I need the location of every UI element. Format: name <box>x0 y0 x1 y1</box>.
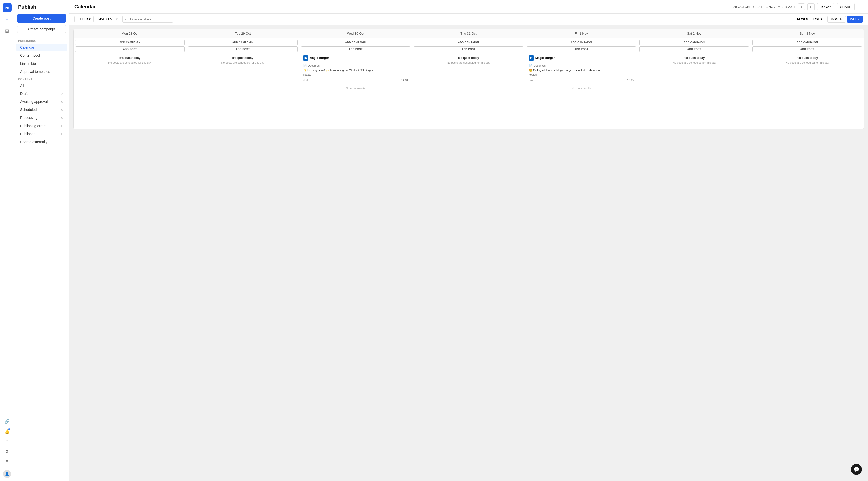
calendar-day-0: Mon 28 OctADD CAMPAIGNADD POSTIt's quiet… <box>73 29 186 129</box>
sidebar-item-draft[interactable]: Draft 2 <box>16 90 67 97</box>
add-post-button-2[interactable]: ADD POST <box>301 46 410 52</box>
filter-right: NEWEST FIRST ▾ MONTH WEEK <box>794 16 863 23</box>
day-body-0: ADD CAMPAIGNADD POSTIt's quiet today No … <box>73 38 186 129</box>
nav-sidebar: Publish Create post Create campaign PUBL… <box>14 0 69 481</box>
post-card-2-0[interactable]: in Magic Burger 📄 Document ✨ Exciting ne… <box>301 54 410 83</box>
quiet-message-1: It's quiet today No posts are scheduled … <box>188 53 298 66</box>
app-logo: PB <box>2 3 11 12</box>
calendar-day-4: Fri 1 NovADD CAMPAIGNADD POST in Magic B… <box>525 29 638 129</box>
label-filter-input[interactable] <box>130 17 170 21</box>
bell-icon[interactable]: 🔔 <box>2 427 11 436</box>
calendar-day-3: Thu 31 OctADD CAMPAIGNADD POSTIt's quiet… <box>412 29 525 129</box>
sidebar-item-published[interactable]: Published 0 <box>16 130 67 137</box>
add-post-button-5[interactable]: ADD POST <box>640 46 749 52</box>
filter-left: FILTER ▾ MATCH ALL ▾ 🏷 <box>74 15 173 23</box>
add-post-button-0[interactable]: ADD POST <box>75 46 185 52</box>
calendar-day-5: Sat 2 NovADD CAMPAIGNADD POSTIt's quiet … <box>638 29 751 129</box>
week-view-button[interactable]: WEEK <box>847 16 863 23</box>
sidebar-item-scheduled[interactable]: Scheduled 0 <box>16 106 67 114</box>
table-icon[interactable]: ⊟ <box>2 457 11 466</box>
sidebar-item-content-pool[interactable]: Content pool <box>16 52 67 59</box>
quiet-title-0: It's quiet today <box>76 56 184 60</box>
day-body-5: ADD CAMPAIGNADD POSTIt's quiet today No … <box>638 38 750 129</box>
sort-newest-button[interactable]: NEWEST FIRST ▾ <box>794 16 825 22</box>
add-post-button-6[interactable]: ADD POST <box>752 46 862 52</box>
match-all-button[interactable]: MATCH ALL ▾ <box>96 16 120 22</box>
day-body-4: ADD CAMPAIGNADD POST in Magic Burger 📄 D… <box>525 38 638 129</box>
post-card-body: 📄 Document 🍔 Calling all foodies! Magic … <box>527 62 636 77</box>
chat-button[interactable]: 💬 <box>851 464 862 475</box>
create-campaign-button[interactable]: Create campaign <box>17 25 66 33</box>
quiet-sub-5: No posts are scheduled for this day <box>641 61 748 65</box>
settings-icon[interactable]: ⚙ <box>2 447 11 456</box>
quiet-title-6: It's quiet today <box>753 56 861 60</box>
post-status: draft <box>303 78 309 82</box>
share-button[interactable]: SHARE <box>837 3 855 10</box>
day-body-2: ADD CAMPAIGNADD POST in Magic Burger 📄 D… <box>299 38 412 129</box>
day-header-5: Sat 2 Nov <box>638 29 750 38</box>
next-week-button[interactable]: › <box>807 3 814 10</box>
post-type-row: 📄 Document <box>529 64 634 67</box>
add-campaign-button-2[interactable]: ADD CAMPAIGN <box>301 40 410 45</box>
add-campaign-button-5[interactable]: ADD CAMPAIGN <box>640 40 749 45</box>
quiet-message-0: It's quiet today No posts are scheduled … <box>75 53 185 66</box>
quiet-sub-1: No posts are scheduled for this day <box>189 61 297 65</box>
user-avatar[interactable]: 👤 <box>3 470 11 478</box>
link-icon[interactable]: 🔗 <box>2 417 11 426</box>
sidebar-item-all[interactable]: All <box>16 82 67 89</box>
day-body-3: ADD CAMPAIGNADD POSTIt's quiet today No … <box>412 38 525 129</box>
add-campaign-button-1[interactable]: ADD CAMPAIGN <box>188 40 298 45</box>
header-right: 28 OCTOBER 2024 – 3 NOVEMBER 2024 ‹ › TO… <box>733 3 863 10</box>
main-content: Calendar 28 OCTOBER 2024 – 3 NOVEMBER 20… <box>69 0 868 481</box>
day-body-1: ADD CAMPAIGNADD POSTIt's quiet today No … <box>186 38 299 129</box>
sidebar-item-publishing-errors[interactable]: Publishing errors 0 <box>16 122 67 130</box>
prev-week-button[interactable]: ‹ <box>798 3 805 10</box>
no-more-results-2: No more results <box>301 85 410 92</box>
post-card-header: in Magic Burger <box>527 54 636 62</box>
more-options-icon[interactable]: ··· <box>857 4 863 9</box>
add-post-button-4[interactable]: ADD POST <box>527 46 636 52</box>
linkedin-icon: in <box>303 56 308 61</box>
calendar-day-6: Sun 3 NovADD CAMPAIGNADD POSTIt's quiet … <box>751 29 864 129</box>
day-header-2: Wed 30 Oct <box>299 29 412 38</box>
today-button[interactable]: TODAY <box>817 3 835 10</box>
add-post-button-3[interactable]: ADD POST <box>414 46 523 52</box>
no-more-results-4: No more results <box>527 85 636 92</box>
add-campaign-button-0[interactable]: ADD CAMPAIGN <box>75 40 185 45</box>
layout-icon[interactable]: ▤ <box>2 26 11 35</box>
post-type-row: 📄 Document <box>303 64 408 67</box>
sidebar-item-processing[interactable]: Processing 0 <box>16 114 67 122</box>
add-campaign-button-3[interactable]: ADD CAMPAIGN <box>414 40 523 45</box>
sidebar-item-approval-templates[interactable]: Approval templates <box>16 68 67 75</box>
document-icon: 📄 <box>529 64 533 67</box>
add-post-button-1[interactable]: ADD POST <box>188 46 298 52</box>
sidebar-item-awaiting-approval[interactable]: Awaiting approval 0 <box>16 98 67 105</box>
month-view-button[interactable]: MONTH <box>827 16 846 23</box>
post-brand: Magic Burger <box>310 56 329 60</box>
filter-bar: FILTER ▾ MATCH ALL ▾ 🏷 NEWEST FIRST ▾ MO… <box>69 13 868 25</box>
sidebar-item-shared-externally[interactable]: Shared externally <box>16 138 67 146</box>
grid-icon[interactable]: ⊞ <box>2 16 11 25</box>
post-card-body: 📄 Document ✨ Exciting news! ✨ Introducin… <box>301 62 410 77</box>
sidebar-item-calendar[interactable]: Calendar <box>16 44 67 51</box>
filter-button[interactable]: FILTER ▾ <box>74 16 94 22</box>
quiet-title-3: It's quiet today <box>415 56 522 60</box>
day-header-1: Tue 29 Oct <box>186 29 299 38</box>
post-card-4-0[interactable]: in Magic Burger 📄 Document 🍔 Calling all… <box>527 54 636 83</box>
page-title: Calendar <box>74 4 96 9</box>
help-icon[interactable]: ? <box>2 437 11 446</box>
quiet-message-5: It's quiet today No posts are scheduled … <box>640 53 749 66</box>
create-post-button[interactable]: Create post <box>17 14 66 23</box>
quiet-sub-3: No posts are scheduled for this day <box>415 61 522 65</box>
post-card-footer: draft 16:15 <box>527 77 636 83</box>
day-body-6: ADD CAMPAIGNADD POSTIt's quiet today No … <box>751 38 864 129</box>
add-campaign-button-4[interactable]: ADD CAMPAIGN <box>527 40 636 45</box>
quiet-message-6: It's quiet today No posts are scheduled … <box>752 53 862 66</box>
add-campaign-button-6[interactable]: ADD CAMPAIGN <box>752 40 862 45</box>
day-header-4: Fri 1 Nov <box>525 29 638 38</box>
post-excerpt: 🍔 Calling all foodies! Magic Burger is e… <box>529 68 634 72</box>
label-filter-input-wrapper: 🏷 <box>122 15 173 23</box>
sidebar-item-link-in-bio[interactable]: Link in bio <box>16 60 67 67</box>
post-card-header: in Magic Burger <box>301 54 410 62</box>
calendar-day-2: Wed 30 OctADD CAMPAIGNADD POST in Magic … <box>299 29 412 129</box>
